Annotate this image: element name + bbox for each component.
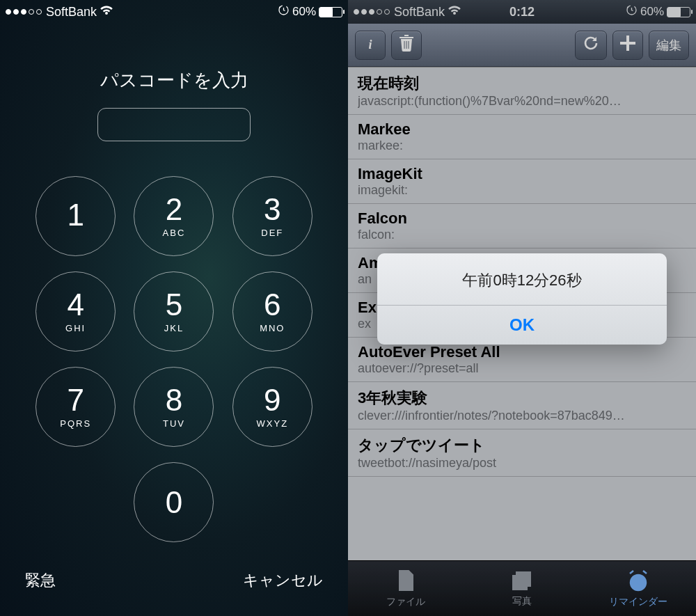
- svg-rect-3: [513, 576, 527, 590]
- photo-stack-icon: [510, 569, 534, 594]
- carrier-label: SoftBank: [394, 5, 445, 19]
- battery-icon: [667, 7, 690, 17]
- alert-ok-button[interactable]: OK: [377, 306, 667, 345]
- orientation-lock-icon: [278, 4, 290, 19]
- tab-reminder[interactable]: リマインダー: [580, 561, 696, 616]
- alert-message: 午前0時12分26秒: [377, 253, 667, 306]
- passcode-title: パスコードを入力: [0, 68, 348, 93]
- list-item[interactable]: 現在時刻javascript:(function()%7Bvar%20nd=ne…: [348, 68, 696, 115]
- key-6[interactable]: 6MNO: [232, 271, 313, 352]
- tab-label: リマインダー: [609, 596, 667, 608]
- navbar: i 編集: [348, 24, 696, 67]
- key-7[interactable]: 7PQRS: [35, 367, 116, 447]
- key-4[interactable]: 4GHI: [35, 271, 116, 352]
- tab-label: ファイル: [386, 596, 425, 608]
- wifi-icon: [448, 5, 461, 19]
- signal-dots: [354, 9, 390, 15]
- bookmarks-screen: SoftBank 0:12 60% i: [348, 0, 696, 616]
- tab-bar: ファイル 写真 リマインダー: [348, 560, 696, 616]
- orientation-lock-icon: [626, 4, 638, 19]
- wifi-icon: [100, 5, 113, 19]
- key-1[interactable]: 1: [35, 176, 116, 256]
- keypad: 1 2ABC 3DEF 4GHI 5JKL 6MNO 7PQRS 8TUV 9W…: [0, 176, 348, 542]
- status-bar-right: SoftBank 0:12 60%: [348, 0, 696, 24]
- list-item[interactable]: Falconfalcon:: [348, 204, 696, 248]
- info-button[interactable]: i: [355, 31, 386, 60]
- clock-label: 0:12: [509, 5, 535, 19]
- trash-icon: [399, 35, 414, 55]
- passcode-input[interactable]: [97, 108, 251, 141]
- delete-button[interactable]: [391, 31, 422, 60]
- list-item[interactable]: ImageKitimagekit:: [348, 159, 696, 204]
- key-0[interactable]: 0: [134, 462, 214, 542]
- refresh-button[interactable]: [575, 31, 607, 60]
- list-item[interactable]: タップでツイートtweetbot://nasimeya/post: [348, 429, 696, 477]
- battery-percent: 60%: [292, 5, 316, 19]
- list-item[interactable]: 3年秋実験clever:///infrontier/notes/?noteboo…: [348, 382, 696, 429]
- tab-file[interactable]: ファイル: [348, 561, 464, 616]
- key-8[interactable]: 8TUV: [134, 367, 214, 447]
- key-5[interactable]: 5JKL: [134, 271, 214, 352]
- signal-dots: [6, 9, 42, 15]
- alarm-clock-icon: [626, 569, 651, 594]
- refresh-icon: [583, 35, 599, 55]
- key-3[interactable]: 3DEF: [232, 176, 313, 256]
- battery-icon: [319, 7, 342, 17]
- key-9[interactable]: 9WXYZ: [232, 367, 313, 447]
- key-2[interactable]: 2ABC: [134, 176, 214, 256]
- alert-dialog: 午前0時12分26秒 OK: [377, 253, 667, 345]
- plus-icon: [620, 35, 635, 54]
- carrier-label: SoftBank: [46, 5, 97, 19]
- lock-screen: SoftBank 60% パスコードを入力 1 2ABC 3DEF 4GHI 5…: [0, 0, 348, 616]
- cancel-button[interactable]: キャンセル: [243, 570, 323, 591]
- status-bar-left: SoftBank 60%: [0, 0, 348, 24]
- tab-photo[interactable]: 写真: [464, 561, 580, 616]
- file-icon: [395, 569, 417, 594]
- list-item[interactable]: Markeemarkee:: [348, 115, 696, 159]
- battery-percent: 60%: [640, 5, 664, 19]
- add-button[interactable]: [612, 31, 643, 60]
- tab-label: 写真: [512, 595, 532, 608]
- edit-button[interactable]: 編集: [649, 31, 689, 60]
- emergency-button[interactable]: 緊急: [25, 570, 56, 591]
